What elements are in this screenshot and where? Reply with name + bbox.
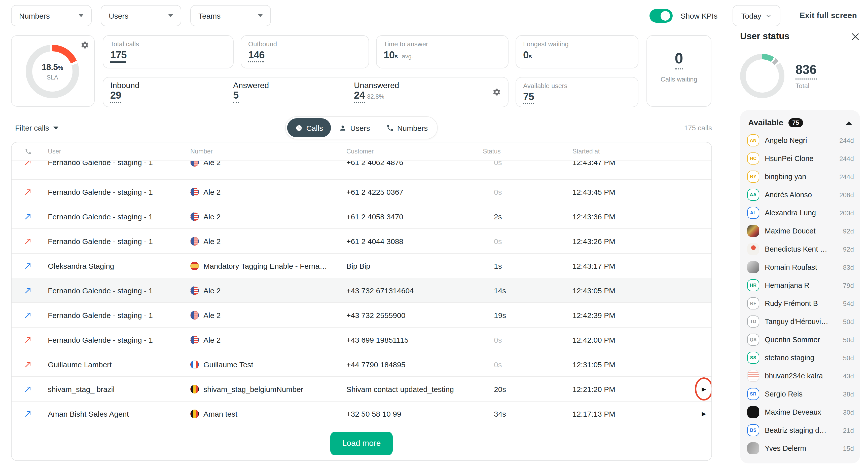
exit-fullscreen-button[interactable]: Exit full screen [800,11,857,20]
gear-icon[interactable] [492,88,501,96]
partial-row-clip: Fernando Galende - staging - 1 Ale 2 +61… [11,161,711,180]
tab-users[interactable]: Users [331,118,378,137]
sla-donut-chart: 18.5% SLA [26,45,79,98]
user-duration: 38d [843,390,854,398]
users-filter-dropdown[interactable]: Users [101,5,181,26]
user-list-item[interactable]: QS Quentin Sommer 50d [747,331,854,349]
table-row[interactable]: Fernando Galende - staging - 1 Ale 2 +61… [11,229,711,253]
available-users-card[interactable]: Available users 75 [516,77,639,107]
user-duration: 50d [843,318,854,325]
period-dropdown[interactable]: Today [733,5,780,26]
row-customer: Shivam contact updated_testing [346,385,483,393]
user-list-item[interactable]: RF Rudy Frémont B 54d [747,294,854,312]
user-list-item[interactable]: AN Angelo Negri 244d [747,131,854,149]
user-list-item[interactable]: SS stefano staging 50d [747,349,854,367]
show-kpis-toggle[interactable] [650,9,673,23]
available-section-header[interactable]: Available 75 [747,117,854,131]
avatar: SS [747,352,759,364]
country-flag-icon [190,385,199,393]
outbound-card[interactable]: Outbound 146 [241,35,369,68]
row-number: shivam_stag_belgiumNumber [190,385,346,393]
total-calls-card[interactable]: Total calls 175 [103,35,234,68]
row-number: Ale 2 [190,212,346,220]
user-list-item[interactable]: AL Alexandra Lung 203d [747,204,854,222]
tab-calls[interactable]: Calls [287,118,331,137]
user-list-item[interactable]: Maxime Deveaux 30d [747,403,854,421]
user-list-item[interactable]: SR Sergio Reis 38d [747,385,854,403]
load-more-button[interactable]: Load more [330,432,393,455]
teams-filter-dropdown[interactable]: Teams [190,5,271,26]
row-number: Ale 2 [190,335,346,344]
row-customer: +43 732 2555900 [346,311,483,319]
row-number: Ale 2 [190,286,346,295]
user-list-item[interactable]: Yves Delerm 15d [747,439,854,457]
load-more-area: Load more [11,426,711,461]
row-customer: +61 2 4225 0367 [346,188,483,196]
outbound-call-icon [24,237,32,245]
row-customer: +43 699 19851115 [346,335,483,344]
play-recording-button[interactable]: ▶ [695,403,712,425]
list-toolbar: Filter calls Calls Users Numbers 175 cal… [0,114,723,142]
inbound-segment[interactable]: Inbound 29 [110,81,233,103]
table-row[interactable]: Oleksandra Staging Mandatory Tagging Ena… [11,253,711,278]
table-row[interactable]: Fernando Galende - staging - 1 Ale 2 +61… [11,180,711,204]
gear-icon[interactable] [81,41,89,49]
row-user: Fernando Galende - staging - 1 [48,335,190,344]
col-customer: Customer [346,148,483,155]
user-list-item[interactable]: Benedictus Kent … 92d [747,240,854,258]
user-duration: 15d [843,445,854,452]
available-label: Available [748,118,783,127]
row-status: 1s [483,262,572,270]
table-row[interactable]: Fernando Galende - staging - 1 Ale 2 +43… [11,328,711,352]
table-row[interactable]: shivam_stag_ brazil shivam_stag_belgiumN… [11,377,711,402]
outbound-call-icon [24,262,32,270]
user-list-item[interactable]: HR Hemanjana R 79d [747,276,854,294]
outbound-call-icon [24,188,32,196]
kpi-grid: Total calls 175 Outbound 146 Time to ans… [103,35,639,108]
user-list-item[interactable]: Romain Roufast 83d [747,258,854,276]
user-list-item[interactable]: AA Andrés Alonso 208d [747,186,854,204]
user-name: Romain Roufast [765,263,817,271]
row-started: 12:43:26 PM [572,237,693,245]
row-status: 34s [483,409,572,418]
play-recording-button[interactable]: ▶ [695,378,712,400]
row-user: Oleksandra Staging [48,262,190,270]
user-status-donut-chart [740,54,784,98]
table-row[interactable]: Fernando Galende - staging - 1 Ale 2 +43… [11,303,711,328]
user-name: Maxime Deveaux [765,408,821,416]
row-user: Fernando Galende - staging - 1 [48,212,190,220]
user-list-item[interactable]: BS Beatriz staging d… 21d [747,421,854,439]
chevron-down-icon [258,14,263,17]
collapse-icon[interactable] [846,121,852,125]
unanswered-percent: 82.8% [367,93,384,100]
row-user: Fernando Galende - staging - 1 [48,311,190,319]
table-row[interactable]: Guillaume Lambert Guillaume Test +44 779… [11,352,711,377]
close-icon[interactable] [851,32,860,41]
avatar [747,370,759,382]
unanswered-segment[interactable]: Unanswered 24 82.8% [354,81,477,103]
user-list-item[interactable]: TD Tanguy d'Hérouvi… 50d [747,312,854,331]
tab-numbers[interactable]: Numbers [378,118,436,137]
chevron-down-icon [765,12,772,19]
user-list-item[interactable]: HC HsunPei Clone 244d [747,149,854,168]
answered-segment[interactable]: Answered 5 [233,81,354,103]
outbound-call-icon [24,311,32,319]
phone-icon [386,124,394,132]
col-status: Status [483,148,572,155]
avatar: BS [747,424,759,436]
table-row[interactable]: Aman Bisht Sales Agent Aman test +32 50 … [11,402,711,426]
outbound-call-icon [24,385,32,393]
numbers-filter-dropdown[interactable]: Numbers [11,5,92,26]
sla-card: 18.5% SLA [11,35,95,107]
table-row[interactable]: Fernando Galende - staging - 1 Ale 2 +43… [11,278,711,303]
table-row-partial[interactable]: Fernando Galende - staging - 1 Ale 2 +61… [11,161,711,175]
user-list-item[interactable]: Maxime Doucet 92d [747,222,854,240]
user-name: Maxime Doucet [765,227,815,235]
user-list-item[interactable]: BY bingbing yan 244d [747,168,854,186]
user-list-item[interactable]: bhuvan234e kalra 43d [747,367,854,385]
filter-calls-dropdown[interactable]: Filter calls [15,124,58,132]
calls-waiting-card[interactable]: 0 Calls waiting [647,35,711,107]
table-row[interactable]: Fernando Galende - staging - 1 Ale 2 +61… [11,204,711,229]
total-users-value[interactable]: 836 [796,62,816,79]
available-section: Available 75 AN Angelo Negri 244d HC Hsu… [740,110,860,464]
